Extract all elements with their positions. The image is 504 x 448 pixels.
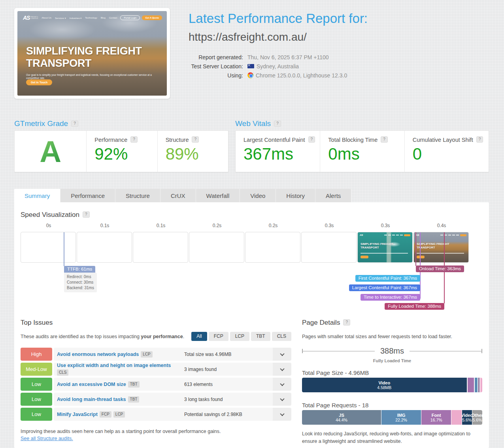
tab-video[interactable]: Video bbox=[240, 189, 276, 202]
site-nav-item: Services ▾ bbox=[55, 17, 66, 19]
site-nav-item: Technology bbox=[85, 17, 97, 19]
issue-row: Low Minify JavaScript FCP LCP Potential … bbox=[21, 408, 291, 421]
site-nav-item: About Us bbox=[42, 17, 51, 19]
filter-all-button[interactable]: All bbox=[191, 332, 207, 341]
mini-heading: SIMPLIFYING FREIGHT TRANSPORT bbox=[417, 243, 452, 249]
help-icon[interactable]: ? bbox=[274, 120, 281, 127]
filter-fcp-button[interactable]: FCP bbox=[209, 332, 228, 341]
grade-section-title: GTmetrix Grade? bbox=[14, 119, 78, 128]
ruler-line bbox=[303, 351, 375, 352]
chevron-down-icon bbox=[280, 411, 284, 416]
tab-history[interactable]: History bbox=[276, 189, 315, 202]
filmstrip-frame: AS SIMPLIFYING FREIGHT TRANSPORT bbox=[413, 232, 469, 263]
get-quote-button: Get A Quote bbox=[142, 15, 162, 20]
help-icon[interactable]: ? bbox=[308, 136, 315, 143]
help-icon[interactable]: ? bbox=[381, 136, 388, 143]
site-logo-subtext: FREIGHT & LOGISTICS bbox=[30, 16, 38, 19]
grade-card: A Performance? 92% Structure? 89% bbox=[14, 130, 228, 172]
expand-issue-button[interactable] bbox=[273, 348, 291, 361]
site-hero-heading: SIMPLIFYING FREIGHT TRANSPORT bbox=[26, 45, 151, 70]
tab-crux[interactable]: CrUX bbox=[160, 189, 196, 202]
time-label: 0.2s bbox=[245, 223, 301, 228]
issue-title-link[interactable]: Minify JavaScript bbox=[57, 412, 98, 417]
severity-badge: Low bbox=[21, 408, 52, 421]
size-segment-video[interactable]: Video4.58MB bbox=[302, 378, 467, 392]
request-segment-js[interactable]: JS44.4% bbox=[302, 410, 381, 425]
help-icon[interactable]: ? bbox=[71, 120, 78, 127]
help-icon[interactable]: ? bbox=[130, 136, 138, 143]
expand-issue-button[interactable] bbox=[273, 408, 291, 421]
report-url: https://asfreight.com.au/ bbox=[189, 31, 307, 43]
page-requests-bar: JS44.4% IMG22.2% Font16.7% Video5.6% Oth… bbox=[302, 410, 482, 425]
request-segment-img[interactable]: IMG22.2% bbox=[381, 410, 421, 425]
mini-nav-items bbox=[440, 235, 459, 235]
size-segment[interactable] bbox=[478, 378, 479, 392]
mini-nav-items bbox=[384, 235, 403, 235]
request-segment-other[interactable]: Other5.6% bbox=[472, 410, 482, 425]
request-segment-font[interactable]: Font16.7% bbox=[421, 410, 451, 425]
see-structure-audits-link[interactable]: See all Structure audits. bbox=[21, 436, 73, 441]
issue-body: Avoid long main-thread tasks TBT 3 long … bbox=[54, 393, 291, 406]
tab-summary[interactable]: Summary bbox=[14, 189, 60, 202]
issue-title-link[interactable]: Avoid an excessive DOM size bbox=[57, 382, 126, 387]
issue-rows: High Avoid enormous network payloads LCP… bbox=[21, 348, 291, 423]
issue-body: Minify JavaScript FCP LCP Potential savi… bbox=[54, 408, 291, 421]
request-segment-video[interactable]: Video5.6% bbox=[462, 410, 472, 425]
tab-waterfall[interactable]: Waterfall bbox=[196, 189, 240, 202]
expand-issue-button[interactable] bbox=[273, 378, 291, 391]
page-details-title: Page Details? bbox=[302, 319, 350, 327]
grade-letter-cell: A bbox=[15, 131, 86, 172]
expand-issue-button[interactable] bbox=[273, 363, 291, 376]
site-nav-item: Contact bbox=[109, 17, 117, 19]
site-hero-tagline: Our goal is to simplify your freight tra… bbox=[26, 73, 159, 80]
size-segment[interactable] bbox=[468, 378, 474, 392]
total-page-requests-title: Total Page Requests - 18 bbox=[302, 402, 368, 408]
summary-panel: Speed Visualization? 0s 0.1s 0.1s 0.2s 0… bbox=[14, 202, 489, 448]
issue-tag: CLS bbox=[57, 369, 68, 376]
size-segment[interactable] bbox=[480, 378, 482, 392]
issue-row: High Avoid enormous network payloads LCP… bbox=[21, 348, 291, 361]
expand-issue-button[interactable] bbox=[273, 393, 291, 406]
issue-title-link[interactable]: Use explicit width and height on image e… bbox=[57, 363, 171, 368]
mini-cta-button bbox=[417, 256, 425, 258]
issue-tag: FCP bbox=[100, 411, 111, 418]
structure-value: 89% bbox=[166, 145, 228, 164]
tab-performance[interactable]: Performance bbox=[60, 189, 115, 202]
tbt-label: Total Blocking Time? bbox=[328, 136, 404, 143]
performance-label: Performance? bbox=[94, 136, 157, 143]
issue-title-link[interactable]: Avoid long main-thread tasks bbox=[57, 397, 126, 402]
issue-row: Med-Low Use explicit width and height on… bbox=[21, 363, 291, 376]
lcp-label: Largest Contentful Paint? bbox=[244, 136, 320, 143]
help-icon[interactable]: ? bbox=[343, 319, 350, 326]
australia-flag-icon bbox=[247, 64, 254, 68]
filter-cls-button[interactable]: CLS bbox=[272, 332, 291, 341]
meta-value: Sydney, Australia bbox=[247, 63, 299, 70]
help-icon[interactable]: ? bbox=[476, 136, 483, 143]
request-segment[interactable] bbox=[451, 410, 461, 425]
help-icon[interactable]: ? bbox=[83, 211, 90, 218]
tbt-cell: Total Blocking Time? 0ms bbox=[320, 131, 404, 172]
filter-lcp-button[interactable]: LCP bbox=[230, 332, 249, 341]
issue-row: Low Avoid an excessive DOM size TBT 613 … bbox=[21, 378, 291, 391]
ruler-tick bbox=[481, 349, 482, 353]
site-nav-item: Industries ▾ bbox=[70, 17, 82, 19]
issue-detail: Total size was 4.96MB bbox=[184, 352, 231, 357]
loaded-time-label: Fully Loaded Time bbox=[302, 358, 482, 363]
tab-alerts[interactable]: Alerts bbox=[315, 189, 351, 202]
caret-down-icon: ▾ bbox=[65, 17, 66, 19]
issue-title-link[interactable]: Avoid enormous network payloads bbox=[57, 352, 139, 357]
meta-row-using: Using: Chrome 125.0.0.0, Lighthouse 12.3… bbox=[189, 71, 347, 80]
filter-tbt-button[interactable]: TBT bbox=[251, 332, 270, 341]
filmstrip-frame bbox=[133, 232, 188, 263]
tab-structure[interactable]: Structure bbox=[115, 189, 160, 202]
page-details-footer: Look into reducing JavaScript, reducing … bbox=[302, 430, 482, 445]
page-details-description: Pages with smaller total sizes and fewer… bbox=[302, 334, 452, 339]
ttfb-redirect: Redirect: 0ms bbox=[67, 274, 94, 280]
help-icon[interactable]: ? bbox=[192, 136, 199, 143]
lcp-value: 367ms bbox=[244, 145, 320, 164]
issue-row: Low Avoid long main-thread tasks TBT 3 l… bbox=[21, 393, 291, 406]
cls-label: Cumulative Layout Shift? bbox=[413, 136, 489, 143]
frame-screenshot: AS SIMPLIFYING FREIGHT TRANSPORT bbox=[358, 232, 412, 262]
issue-detail: 613 elements bbox=[184, 382, 213, 387]
size-segment[interactable] bbox=[475, 378, 478, 392]
